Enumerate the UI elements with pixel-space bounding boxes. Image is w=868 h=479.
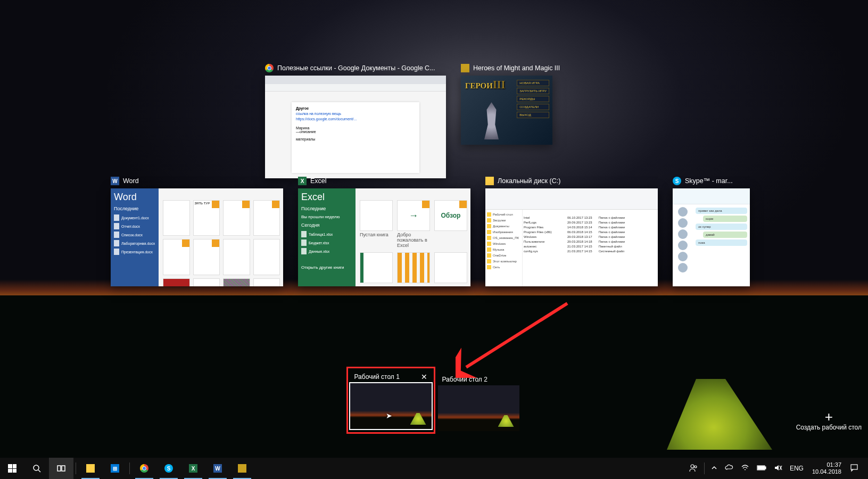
taskbar-app-store[interactable]: ⊞ xyxy=(103,458,127,479)
doc-heading: Другое xyxy=(296,106,309,110)
svg-point-6 xyxy=(695,466,697,468)
chrome-icon xyxy=(140,464,148,473)
chrome-icon xyxy=(265,64,274,72)
skype-icon: S xyxy=(673,177,681,185)
svg-point-5 xyxy=(691,465,694,468)
taskbar-app-homm[interactable] xyxy=(230,458,254,479)
tray-network[interactable] xyxy=(738,464,753,474)
explorer-thumbnail[interactable]: Рабочий столЗагрузки ДокументыИзображени… xyxy=(485,188,658,286)
excel-thumbnail[interactable]: Excel Последние Вы прошли неделю Сегодня… xyxy=(298,188,470,286)
desktop-thumbnail[interactable]: ➤ xyxy=(350,383,432,429)
folder-icon xyxy=(86,464,95,473)
tile-header: Полезные ссылки - Google Документы - Goo… xyxy=(265,64,446,72)
tile-header: Heroes of Might and Magic III xyxy=(461,64,560,72)
word-icon: W xyxy=(111,177,119,185)
window-row-top: Полезные ссылки - Google Документы - Goo… xyxy=(265,64,560,178)
window-tile-excel[interactable]: X Excel Excel Последние Вы прошли неделю… xyxy=(298,177,470,286)
chevron-up-icon xyxy=(711,465,717,471)
taskbar-app-chrome[interactable] xyxy=(132,458,156,479)
volume-icon xyxy=(774,464,782,472)
homm-logo-text: ГЕРОИ xyxy=(465,81,493,90)
homm-icon xyxy=(238,464,246,473)
battery-icon xyxy=(757,465,766,471)
svg-point-1 xyxy=(34,465,39,470)
taskbar: ⊞ S X W ENG 01:37 10.04.2018 xyxy=(0,458,868,479)
tile-title: Локальный диск (C:) xyxy=(498,177,560,185)
cloud-icon xyxy=(725,464,733,472)
tile-title: Полезные ссылки - Google Документы - Goo… xyxy=(277,64,435,72)
virtual-desktops-bar: Рабочий стол 1 ✕ ➤ Рабочий стол 2 xyxy=(0,369,868,431)
tray-volume[interactable] xyxy=(771,464,786,474)
excel-icon: X xyxy=(189,464,197,473)
explorer-file-list: Intel06.10.2017 13:23Папка с файлами Per… xyxy=(524,215,656,253)
start-button[interactable] xyxy=(0,458,24,479)
svg-rect-8 xyxy=(765,467,766,469)
tray-language[interactable]: ENG xyxy=(787,465,807,472)
window-tile-word[interactable]: W Word Word Последние Документ1.docx Отч… xyxy=(111,177,283,286)
excel-open-other: Открыть другие книги xyxy=(301,265,352,270)
window-tile-explorer[interactable]: Локальный диск (C:) Рабочий столЗагрузки… xyxy=(485,177,658,286)
store-icon: ⊞ xyxy=(111,464,119,473)
svg-rect-12 xyxy=(851,465,857,469)
excel-icon: X xyxy=(298,177,307,185)
excel-heading: Excel xyxy=(301,192,352,203)
tray-action-center[interactable] xyxy=(847,464,862,474)
tray-onedrive[interactable] xyxy=(722,464,737,474)
show-desktop-button[interactable] xyxy=(863,458,866,479)
taskbar-divider xyxy=(76,463,76,474)
desktop-label: Рабочий стол 2 xyxy=(442,376,487,383)
taskbar-app-excel[interactable]: X xyxy=(181,458,205,479)
skype-icon: S xyxy=(164,464,173,473)
desktop-tile-1[interactable]: Рабочий стол 1 ✕ ➤ xyxy=(349,369,433,431)
svg-rect-4 xyxy=(62,466,65,471)
homm-thumbnail[interactable]: ГЕРОИIII НОВАЯ ИГРА ЗАГРУЗИТЬ ИГРУ РЕКОР… xyxy=(461,76,552,145)
tile-title: Heroes of Might and Magic III xyxy=(473,64,560,72)
skype-thumbnail[interactable]: привет как дела норм ок супер давай пока xyxy=(673,188,750,286)
close-desktop-icon[interactable]: ✕ xyxy=(421,373,427,381)
desktop-tile-2[interactable]: Рабочий стол 2 xyxy=(438,375,519,431)
task-view: Полезные ссылки - Google Документы - Goo… xyxy=(0,0,868,458)
taskbar-app-skype[interactable]: S xyxy=(156,458,181,479)
search-button[interactable] xyxy=(24,458,49,479)
people-icon xyxy=(689,464,698,472)
clock-date: 10.04.2018 xyxy=(812,468,841,475)
svg-rect-3 xyxy=(57,466,61,471)
cursor-icon: ➤ xyxy=(386,411,392,420)
explorer-sidebar: Рабочий столЗагрузки ДокументыИзображени… xyxy=(485,210,523,286)
word-thumbnail[interactable]: Word Последние Документ1.docx Отчет.docx… xyxy=(111,188,283,286)
svg-line-0 xyxy=(466,303,567,367)
desktop-thumbnail[interactable] xyxy=(438,385,519,431)
tray-overflow[interactable] xyxy=(708,465,721,473)
task-view-icon xyxy=(57,464,65,473)
search-icon xyxy=(32,464,41,473)
taskbar-app-explorer[interactable] xyxy=(78,458,103,479)
new-desktop-label: Создать рабочий стол xyxy=(796,424,862,431)
tray-clock[interactable]: 01:37 10.04.2018 xyxy=(808,461,846,475)
windows-logo-icon xyxy=(8,464,16,473)
word-sub: Последние xyxy=(114,206,155,211)
clock-time: 01:37 xyxy=(812,461,841,468)
window-row-bottom: W Word Word Последние Документ1.docx Отч… xyxy=(111,177,750,286)
task-view-button[interactable] xyxy=(49,458,73,479)
taskbar-app-word[interactable]: W xyxy=(205,458,230,479)
plus-icon: + xyxy=(796,410,862,424)
tray-battery[interactable] xyxy=(754,465,770,473)
desktop-label: Рабочий стол 1 xyxy=(354,373,400,381)
window-tile-skype[interactable]: S Skype™ - mar... привет как дела норм о… xyxy=(673,177,750,286)
word-icon: W xyxy=(213,464,222,473)
window-tile-homm[interactable]: Heroes of Might and Magic III ГЕРОИIII Н… xyxy=(461,64,560,178)
folder-icon xyxy=(485,177,494,185)
homm-menu: НОВАЯ ИГРА ЗАГРУЗИТЬ ИГРУ РЕКОРДЫ СОЗДАТ… xyxy=(517,80,549,118)
notification-icon xyxy=(850,464,858,472)
tile-title: Word xyxy=(123,177,139,185)
chrome-thumbnail[interactable]: Другое ссылка на полезную вещь https://d… xyxy=(265,76,446,178)
taskbar-divider xyxy=(704,463,705,474)
new-desktop-button[interactable]: + Создать рабочий стол xyxy=(796,410,862,431)
word-heading: Word xyxy=(114,192,155,203)
excel-sub: Последние xyxy=(301,206,352,211)
wifi-icon xyxy=(741,464,749,472)
window-tile-chrome[interactable]: Полезные ссылки - Google Документы - Goo… xyxy=(265,64,446,178)
homm-icon xyxy=(461,64,469,72)
svg-rect-9 xyxy=(758,466,764,469)
tray-people[interactable] xyxy=(686,464,701,474)
